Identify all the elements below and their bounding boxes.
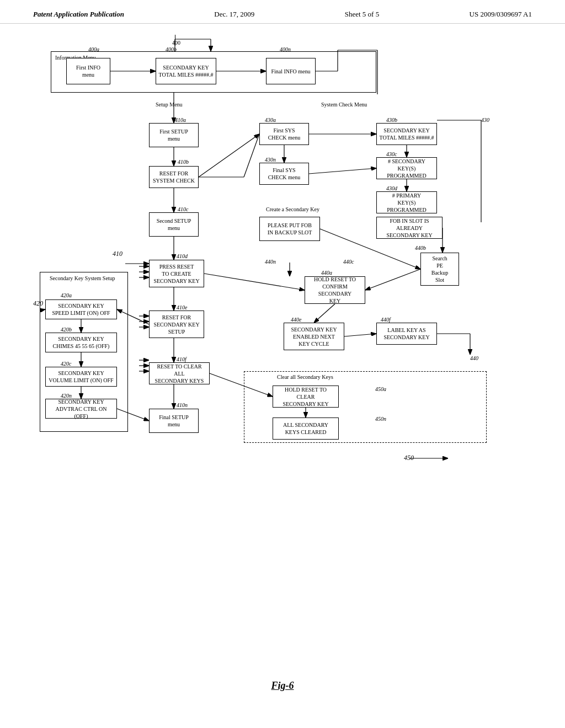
label-450a: 450a <box>375 386 386 393</box>
box-400a: First INFO menu <box>66 58 110 84</box>
box-440b: Search PE Backup Slot <box>420 253 459 286</box>
label-420a: 420a <box>61 292 72 299</box>
box-440a: HOLD RESET TO CONFIRM SECONDARY KEY <box>305 276 365 304</box>
label-440: 440 <box>470 355 478 362</box>
label-400a: 400a <box>88 46 99 53</box>
pub-date: Dec. 17, 2009 <box>214 10 254 19</box>
svg-line-28 <box>244 134 259 177</box>
box-430n: Final SYS CHECK menu <box>259 163 309 185</box>
label-440c: 440c <box>343 258 354 265</box>
setup-menu-label: Setup Menu <box>156 101 183 108</box>
box-430d: # PRIMARY KEY(S) PROGRAMMED <box>376 191 437 213</box>
box-410e: RESET FOR SECONDARY KEY SETUP <box>149 311 204 338</box>
box-430b: SECONDARY KEY TOTAL MILES #####.# <box>376 123 437 145</box>
label-410: 410 <box>113 250 122 259</box>
label-440b: 440b <box>415 244 426 251</box>
box-450n: ALL SECONDARY KEYS CLEARED <box>273 417 339 440</box>
label-440n: 440n <box>265 258 276 265</box>
svg-line-19 <box>199 134 259 177</box>
figure-caption: Fig-6 <box>0 680 565 692</box>
box-410f: RESET TO CLEAR ALL SECONDARY KEYS <box>149 362 210 384</box>
box-420c: SECONDARY KEY VOLUME LIMIT (ON) OFF <box>45 367 117 387</box>
sheet-info: Sheet 5 of 5 <box>345 10 379 19</box>
label-430: 430 <box>481 116 489 124</box>
box-410a: First SETUP menu <box>149 123 199 147</box>
svg-line-35 <box>344 334 376 336</box>
box-400b: SECONDARY KEY TOTAL MILES #####.# <box>156 58 216 84</box>
box-430c: # SECONDARY KEY(S) PROGRAMMED <box>376 157 437 179</box>
page-header: Patent Application Publication Dec. 17, … <box>0 0 565 24</box>
box-fob-already: FOB IN SLOT IS ALREADY SECONDARY KEY <box>376 217 443 239</box>
box-440f: LABEL KEY AS SECONDARY KEY <box>376 323 437 345</box>
label-450: 450 <box>404 454 414 463</box>
box-410c: Second SETUP menu <box>149 212 199 237</box>
svg-line-24 <box>309 168 376 174</box>
label-400n: 400n <box>280 46 291 53</box>
create-secondary-label: Create a Secondary Key <box>266 206 319 213</box>
svg-line-34 <box>314 304 335 323</box>
box-420b: SECONDARY KEY CHIMES 45 55 65 (OFF) <box>45 333 117 352</box>
box-450a: HOLD RESET TO CLEAR SECONDARY KEY <box>273 386 339 408</box>
secondary-setup-label: Secondary Key System Setup <box>50 275 115 282</box>
box-420n: SECONDARY KEY ADVTRAC CTRL ON (OFF) <box>45 399 117 419</box>
box-410d: PRESS RESET TO CREATE SECONDARY KEY <box>149 260 204 287</box>
label-410d: 410d <box>177 253 188 260</box>
box-fob-put: PLEASE PUT FOB IN BACKUP SLOT <box>259 217 320 241</box>
label-450n: 450n <box>375 415 386 422</box>
svg-line-29 <box>204 274 305 290</box>
box-410b: RESET FOR SYSTEM CHECK <box>149 166 199 188</box>
patent-number: US 2009/0309697 A1 <box>470 10 532 19</box>
box-410n: Final SETUP menu <box>149 409 199 433</box>
box-440e: SECONDARY KEY ENABLED NEXT KEY CYCLE <box>284 323 344 350</box>
label-410b: 410b <box>178 158 189 165</box>
box-420a: SECONDARY KEY SPEED LIMIT (ON) OFF <box>45 299 117 319</box>
box-400n: Final INFO menu <box>266 58 316 84</box>
box-430a: First SYS CHECK menu <box>259 123 309 145</box>
sysck-label: System Check Menu <box>321 101 367 108</box>
publication-type: Patent Application Publication <box>33 10 124 19</box>
label-420: 420 <box>33 299 43 308</box>
diagram-area: 400 Information Menu 400a 400b 400n Firs… <box>29 35 536 669</box>
svg-line-32 <box>365 269 420 290</box>
label-400b: 400b <box>166 46 177 53</box>
label-410n: 410n <box>177 402 188 409</box>
clear-secondary-label: Clear all Secondary Keys <box>277 373 333 381</box>
